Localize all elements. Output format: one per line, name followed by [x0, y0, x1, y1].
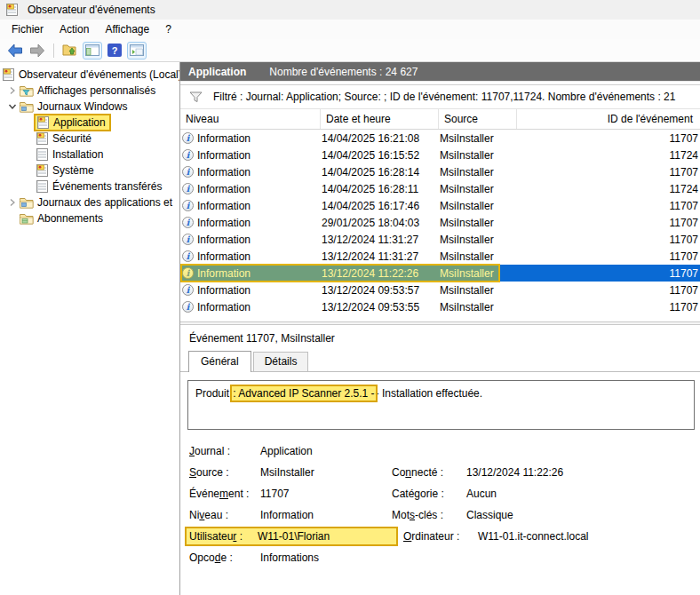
source-cell: MsiInstaller — [438, 200, 516, 212]
chevron-collapsed-icon[interactable] — [5, 198, 20, 207]
source-cell: MsiInstaller — [438, 183, 516, 195]
field-value: 13/12/2024 11:22:26 — [466, 466, 700, 479]
column-header-id[interactable]: ID de l'événement — [516, 109, 700, 129]
window-title: Observateur d'événements — [28, 4, 155, 16]
table-row[interactable]: iInformation13/12/2024 11:31:27MsiInstal… — [180, 248, 700, 265]
menu-item-1[interactable]: Action — [52, 21, 97, 37]
source-cell: MsiInstaller — [438, 166, 516, 178]
level-text: Information — [197, 149, 251, 162]
event-id-cell: 11707 — [516, 200, 700, 212]
tree-item-label: Journaux des applications et — [37, 196, 172, 209]
tree-item-label: Abonnements — [37, 212, 103, 225]
level-cell: iInformation — [180, 301, 320, 313]
column-header-level[interactable]: Niveau — [180, 109, 320, 129]
field-label: Catégorie : — [392, 488, 466, 500]
field-row: Niveau :InformationMots-clés :Classique — [189, 504, 700, 526]
table-row[interactable]: iInformation13/12/2024 11:22:26MsiInstal… — [180, 265, 700, 282]
field-label: Journal : — [189, 445, 260, 457]
date-cell: 29/01/2025 18:04:03 — [320, 217, 438, 229]
field-label: Mots-clés : — [392, 509, 466, 521]
column-header-source[interactable]: Source — [438, 109, 516, 129]
date-cell: 14/04/2025 16:17:46 — [320, 200, 438, 212]
table-row[interactable]: iInformation13/12/2024 11:31:27MsiInstal… — [180, 231, 700, 248]
help-icon[interactable]: ? — [105, 42, 124, 60]
toolbar-separator — [53, 44, 54, 58]
chevron-expanded-icon[interactable] — [5, 102, 20, 111]
field-label: Ordinateur : — [403, 530, 478, 543]
level-cell: iInformation — [180, 250, 320, 263]
table-row[interactable]: iInformation29/01/2025 18:04:03MsiInstal… — [180, 214, 700, 231]
table-row[interactable]: iInformation14/04/2025 16:15:52MsiInstal… — [180, 147, 700, 163]
tree-item-forwarded-events[interactable]: Événements transférés — [0, 178, 179, 194]
tree-item-label: Affichages personnalisés — [37, 84, 155, 97]
menu-item-3[interactable]: ? — [157, 21, 179, 37]
tree-item-label: Système — [52, 164, 94, 177]
tree-item-label: Application — [53, 116, 106, 129]
field-label: Utilisateur : — [189, 530, 258, 543]
field-row: Utilisateur :W11-01\FlorianOrdinateur :W… — [189, 526, 700, 547]
level-text: Information — [197, 301, 251, 313]
field-label: Opcode : — [189, 551, 260, 564]
level-cell: iInformation — [180, 183, 320, 195]
annotation-highlight: Utilisateur :W11-01\Florian — [187, 528, 396, 544]
field-value: Aucun — [466, 488, 700, 500]
information-icon: i — [182, 217, 194, 228]
tree-item-application[interactable]: Application — [0, 115, 179, 131]
level-cell: iInformation — [180, 132, 320, 145]
tree-item-label: Journaux Windows — [37, 100, 127, 113]
log-header-bar: Application Nombre d'événements : 24 627 — [180, 62, 700, 81]
tree-item-subscriptions[interactable]: Abonnements — [0, 210, 179, 226]
folder-icon — [20, 197, 34, 209]
tree-item-windows-logs[interactable]: Journaux Windows — [0, 99, 179, 115]
table-row[interactable]: iInformation14/04/2025 16:21:08MsiInstal… — [180, 130, 700, 147]
field-value: W11-01\Florian — [258, 530, 389, 543]
information-icon: i — [182, 250, 194, 262]
level-text: Information — [197, 267, 251, 280]
level-cell: iInformation — [180, 217, 320, 229]
show-console-tree-icon[interactable] — [83, 42, 102, 60]
description-suffix: - Installation effectuée. — [376, 387, 483, 400]
date-cell: 13/12/2024 11:22:26 — [320, 267, 438, 280]
tree-item-root[interactable]: Observateur d'événements (Local) — [0, 67, 179, 83]
table-row[interactable]: iInformation13/12/2024 09:53:57MsiInstal… — [180, 282, 700, 298]
log-plain-icon — [36, 180, 49, 193]
field-row: Source :MsiInstallerConnecté :13/12/2024… — [189, 462, 700, 483]
field-label: Connecté : — [392, 466, 466, 479]
chevron-collapsed-icon[interactable] — [5, 86, 20, 95]
table-row[interactable]: iInformation14/04/2025 16:28:14MsiInstal… — [180, 163, 700, 180]
tree-item-label: Sécurité — [52, 132, 91, 145]
tree-item-system[interactable]: Système — [0, 163, 179, 178]
date-cell: 14/04/2025 16:15:52 — [320, 149, 438, 162]
event-viewer-window: Observateur d'événements FichierActionAf… — [0, 0, 700, 595]
log-yellow-icon — [36, 116, 50, 129]
menu-item-0[interactable]: Fichier — [4, 21, 52, 37]
menu-item-2[interactable]: Affichage — [97, 21, 157, 37]
tree-item-setup[interactable]: Installation — [0, 147, 179, 163]
table-row[interactable]: iInformation14/04/2025 16:17:46MsiInstal… — [180, 197, 700, 214]
table-row[interactable]: iInformation13/12/2024 09:53:55MsiInstal… — [180, 298, 700, 315]
folder-icon — [20, 101, 34, 113]
tree-item-apps-services-logs[interactable]: Journaux des applications et — [0, 194, 179, 210]
tree-item-custom-views[interactable]: Affichages personnalisés — [0, 83, 179, 99]
tab-gnral[interactable]: Général — [188, 351, 251, 372]
event-id-cell: 11724 — [516, 149, 700, 162]
show-action-pane-icon[interactable] — [127, 42, 147, 60]
table-row[interactable]: iInformation14/04/2025 16:28:11MsiInstal… — [180, 180, 700, 197]
open-saved-log-icon[interactable] — [60, 42, 80, 60]
filter-text: Filtré : Journal: Application; Source: ;… — [213, 91, 675, 103]
field-label: Événement : — [189, 488, 260, 500]
event-description-box: Produit : Advanced IP Scanner 2.5.1 -- I… — [187, 380, 695, 430]
level-text: Information — [197, 250, 251, 263]
information-icon: i — [182, 234, 194, 245]
level-text: Information — [197, 234, 251, 246]
event-id-cell: 11707 — [516, 301, 700, 313]
column-header-date[interactable]: Date et heure — [320, 109, 438, 129]
back-icon[interactable] — [5, 42, 25, 60]
field-row: Événement :11707Catégorie :Aucun — [189, 483, 700, 504]
event-id-cell: 11707 — [516, 267, 700, 280]
tab-dtails[interactable]: Détails — [253, 352, 309, 371]
forward-icon[interactable] — [28, 42, 47, 60]
tree-item-security[interactable]: Sécurité — [0, 131, 179, 147]
toolbar: ? — [0, 39, 700, 62]
filter-icon — [189, 91, 203, 103]
